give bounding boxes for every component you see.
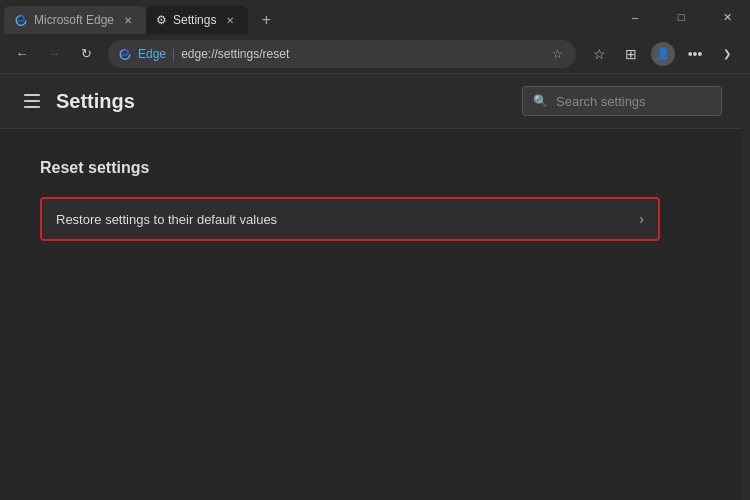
hamburger-line-3 <box>24 106 40 108</box>
search-icon: 🔍 <box>533 94 548 108</box>
edge-favicon-icon <box>14 13 28 27</box>
tab-settings-close[interactable]: ✕ <box>222 12 238 28</box>
settings-title: Settings <box>56 90 135 113</box>
collections-button[interactable]: ⊞ <box>616 39 646 69</box>
hamburger-menu-button[interactable] <box>20 90 44 112</box>
window-controls: – □ ✕ <box>612 0 750 34</box>
chevron-right-icon: › <box>639 211 644 227</box>
address-separator: | <box>172 47 175 61</box>
maximize-button[interactable]: □ <box>658 0 704 34</box>
refresh-button[interactable]: ↻ <box>72 40 100 68</box>
address-path: edge://settings/reset <box>181 47 542 61</box>
more-button[interactable]: ••• <box>680 39 710 69</box>
address-edge-label: Edge <box>138 47 166 61</box>
scrollbar[interactable] <box>742 74 750 500</box>
content-area: Settings 🔍 Reset settings Restore settin… <box>0 74 750 500</box>
forward-button[interactable]: → <box>40 40 68 68</box>
restore-defaults-button[interactable]: Restore settings to their default values… <box>40 197 660 241</box>
new-tab-button[interactable]: + <box>252 6 280 34</box>
tab-microsoft-edge[interactable]: Microsoft Edge ✕ <box>4 6 146 34</box>
minimize-button[interactable]: – <box>612 0 658 34</box>
edge-address-icon <box>118 47 132 61</box>
settings-body: Reset settings Restore settings to their… <box>0 129 742 271</box>
settings-favicon-icon: ⚙ <box>156 13 167 27</box>
tab-edge-close[interactable]: ✕ <box>120 12 136 28</box>
favorites-button[interactable]: ☆ <box>584 39 614 69</box>
profile-button[interactable]: 👤 <box>648 39 678 69</box>
reset-section-title: Reset settings <box>40 159 702 177</box>
hamburger-line-1 <box>24 94 40 96</box>
title-bar: Microsoft Edge ✕ ⚙ Settings ✕ + – □ ✕ <box>0 0 750 34</box>
hamburger-line-2 <box>24 100 40 102</box>
tab-edge-label: Microsoft Edge <box>34 13 114 27</box>
toolbar-actions: ☆ ⊞ 👤 ••• ❯ <box>584 39 742 69</box>
extend-button[interactable]: ❯ <box>712 39 742 69</box>
address-icons: ☆ <box>548 45 566 63</box>
back-button[interactable]: ← <box>8 40 36 68</box>
address-bar[interactable]: Edge | edge://settings/reset ☆ <box>108 40 576 68</box>
settings-page: Settings 🔍 Reset settings Restore settin… <box>0 74 742 500</box>
restore-defaults-label: Restore settings to their default values <box>56 212 277 227</box>
search-box[interactable]: 🔍 <box>522 86 722 116</box>
toolbar: ← → ↻ Edge | edge://settings/reset ☆ ☆ ⊞… <box>0 34 750 74</box>
search-input[interactable] <box>556 94 696 109</box>
tab-settings-label: Settings <box>173 13 216 27</box>
close-button[interactable]: ✕ <box>704 0 750 34</box>
settings-header: Settings 🔍 <box>0 74 742 129</box>
settings-header-left: Settings <box>20 90 135 113</box>
avatar: 👤 <box>651 42 675 66</box>
tab-area: Microsoft Edge ✕ ⚙ Settings ✕ + <box>0 0 612 34</box>
star-icon[interactable]: ☆ <box>548 45 566 63</box>
tab-settings[interactable]: ⚙ Settings ✕ <box>146 6 248 34</box>
